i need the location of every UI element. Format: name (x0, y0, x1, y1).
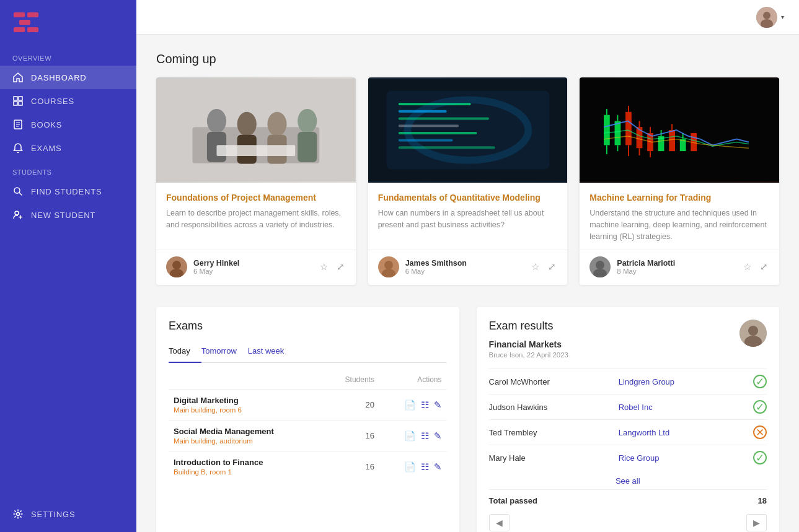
course-card-2-desc: Understand the structure and techniques … (589, 207, 769, 242)
section-label-overview: Overview (0, 46, 136, 66)
exam-edit-icon-1[interactable]: ✎ (434, 430, 442, 442)
share-button-2[interactable]: ⤢ (759, 260, 769, 274)
exam-actions-cell-2: 📄 ☷ ✎ (379, 451, 447, 482)
course-card-1-title: Fundamentals of Quantitative Modeling (378, 193, 558, 203)
status-icon-2: ✕ (753, 425, 767, 439)
tab-today[interactable]: Today (169, 341, 201, 363)
coming-up-title: Coming up (156, 52, 779, 66)
svg-rect-56 (650, 151, 651, 157)
svg-point-39 (384, 261, 393, 269)
svg-rect-25 (298, 132, 317, 162)
exam-name-1: Social Media Management (174, 427, 319, 436)
favorite-button-2[interactable]: ☆ (742, 260, 753, 274)
instructor-0-name: Gerry Hinkel (193, 259, 239, 268)
exam-list-icon-1[interactable]: ☷ (421, 430, 429, 442)
svg-rect-42 (604, 115, 610, 146)
total-passed-count: 18 (758, 496, 767, 505)
instructor-0-info: Gerry Hinkel 6 May (193, 259, 239, 275)
exam-results-section: Exam results Financial Markets Bruce Iso… (477, 307, 780, 532)
exam-list-icon-0[interactable]: ☷ (421, 399, 429, 411)
exam-edit-icon-2[interactable]: ✎ (434, 461, 442, 473)
course-card-1-image (368, 77, 568, 183)
exam-name-0: Digital Marketing (174, 396, 319, 405)
tab-last-week[interactable]: Last week (248, 341, 296, 363)
result-row-0: Carol McWhorter Lindgren Group ✓ (489, 369, 767, 395)
content-area: Coming up (136, 35, 799, 532)
course-card-2-title: Machine Learning for Trading (589, 193, 769, 203)
course-card-1-actions: ☆ ⤢ (530, 260, 557, 274)
result-status-3: ✓ (738, 445, 767, 471)
sidebar-item-find-students[interactable]: FIND STUDENTS (0, 180, 136, 203)
favorite-button-1[interactable]: ☆ (530, 260, 541, 274)
sidebar-item-books[interactable]: BOOKS (0, 113, 136, 136)
sidebar-item-new-student[interactable]: NEW STUDENT (0, 203, 136, 227)
results-course-avatar (739, 320, 767, 347)
svg-rect-0 (14, 12, 25, 17)
result-group-3: Rice Group (619, 445, 738, 471)
svg-point-11 (15, 211, 19, 215)
sidebar-section-students: Students FIND STUDENTS NEW STUDENT (0, 160, 136, 227)
exam-edit-icon-0[interactable]: ✎ (434, 399, 442, 411)
next-arrow-button[interactable]: ▶ (746, 514, 767, 531)
share-button-0[interactable]: ⤢ (335, 260, 346, 274)
sidebar-item-exams[interactable]: EXAMS (0, 136, 136, 160)
sidebar-logo (0, 0, 136, 46)
exam-doc-icon-0[interactable]: 📄 (404, 399, 416, 411)
sidebar-item-dashboard[interactable]: DASHBOARD (0, 66, 136, 89)
topbar: ▾ (136, 0, 799, 35)
total-passed-row: Total passed 18 (489, 489, 767, 505)
sidebar-label-exams: EXAMS (31, 144, 62, 153)
exam-location-1: Main building, auditorium (174, 437, 319, 445)
result-status-1: ✓ (738, 395, 767, 420)
prev-arrow-button[interactable]: ◀ (489, 514, 510, 531)
exam-students-0: 20 (324, 390, 379, 421)
result-name-2: Ted Trembley (489, 420, 619, 445)
see-all-link[interactable]: See all (489, 470, 767, 489)
chevron-down-icon: ▾ (781, 14, 784, 20)
instructor-1-name: James Smithson (405, 259, 467, 268)
svg-rect-7 (14, 102, 17, 105)
sidebar-item-settings[interactable]: SETTINGS (0, 502, 136, 526)
sidebar-label-dashboard: DASHBOARD (31, 73, 87, 82)
sidebar-section-overview: Overview DASHBOARD COURSES BOOKS (0, 46, 136, 160)
gear-icon (12, 508, 24, 520)
svg-point-27 (172, 261, 181, 269)
tab-tomorrow[interactable]: Tomorrow (201, 341, 248, 363)
result-row-3: Mary Hale Rice Group ✓ (489, 445, 767, 471)
svg-point-24 (298, 109, 317, 133)
exam-doc-icon-2[interactable]: 📄 (404, 461, 416, 473)
course-card-2-body: Machine Learning for Trading Understand … (580, 183, 779, 250)
exams-tabs: Today Tomorrow Last week (169, 341, 447, 363)
share-button-1[interactable]: ⤢ (547, 260, 557, 274)
svg-rect-52 (639, 121, 640, 127)
sidebar: Overview DASHBOARD COURSES BOOKS (0, 0, 136, 532)
svg-point-40 (382, 269, 395, 277)
instructor-1-info: James Smithson 6 May (405, 259, 467, 275)
course-card-1-footer: James Smithson 6 May ☆ ⤢ (368, 250, 568, 285)
courses-cards-row: Foundations of Project Management Learn … (156, 77, 779, 285)
code-screen-illustration (368, 77, 568, 183)
bell-icon (12, 142, 24, 154)
result-status-0: ✓ (738, 369, 767, 395)
app-logo-icon (12, 11, 40, 33)
svg-rect-43 (606, 109, 607, 115)
course-card-2-image (580, 77, 779, 183)
exam-actions-cell-0: 📄 ☷ ✎ (379, 390, 447, 421)
instructor-2-info: Patricia Mariotti 8 May (617, 259, 675, 275)
exam-doc-icon-1[interactable]: 📄 (404, 430, 416, 442)
svg-rect-1 (27, 12, 38, 17)
instructor-0-avatar (166, 256, 187, 277)
exam-list-icon-2[interactable]: ☷ (421, 461, 429, 473)
user-avatar-wrap[interactable]: ▾ (756, 7, 784, 28)
sidebar-label-courses: COURSES (31, 97, 74, 106)
sidebar-bottom: SETTINGS (0, 502, 136, 532)
result-group-0: Lindgren Group (619, 369, 738, 395)
results-nav: ◀ ▶ (489, 505, 767, 531)
results-header-info: Exam results Financial Markets Bruce Iso… (489, 320, 740, 359)
svg-rect-59 (669, 130, 676, 151)
exam-location-2: Building B, room 1 (174, 468, 319, 476)
favorite-button-0[interactable]: ☆ (319, 260, 329, 274)
sidebar-item-courses[interactable]: COURSES (0, 89, 136, 113)
course-card-2: Machine Learning for Trading Understand … (580, 77, 779, 285)
result-group-2: Langworth Ltd (619, 420, 738, 445)
